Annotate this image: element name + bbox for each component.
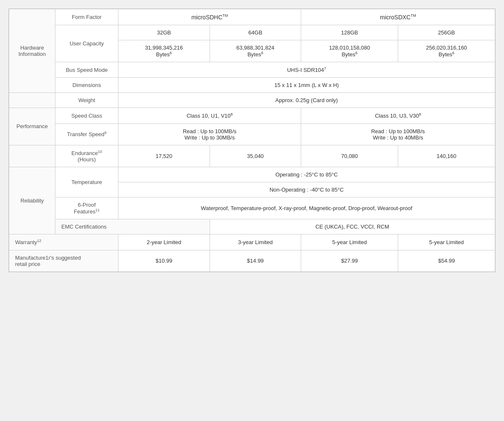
price-64gb: $14.99 bbox=[210, 250, 301, 271]
warranty-label: Warranty12 bbox=[9, 234, 118, 250]
six-proof-value: Waterproof, Temperature-proof, X-ray-pro… bbox=[118, 197, 495, 219]
size-256gb: 256GB bbox=[398, 25, 495, 40]
six-proof-label: 6-ProofFeatures11 bbox=[55, 197, 118, 219]
emc-value: CE (UKCA), FCC, VCCI, RCM bbox=[210, 219, 495, 234]
reliability-section-label: Reliability bbox=[9, 167, 55, 234]
endurance-256gb: 140,160 bbox=[398, 145, 495, 167]
size-128gb: 128GB bbox=[301, 25, 398, 40]
bus-speed-label: Bus Speed Mode bbox=[55, 62, 118, 77]
bytes-256gb: 256,020,316,160Bytes6 bbox=[398, 40, 495, 62]
price-256gb: $54.99 bbox=[398, 250, 495, 271]
transfer-speed-right: Read : Up to 100MB/sWrite : Up to 40MB/s bbox=[301, 124, 495, 145]
speed-class-left: Class 10, U1, V108 bbox=[118, 108, 301, 124]
hardware-section-label: HardwareInformation bbox=[9, 9, 55, 93]
microsdxc-label: microSDXCTM bbox=[301, 9, 495, 25]
weight-section-spacer bbox=[9, 93, 55, 108]
warranty-256gb: 5-year Limited bbox=[398, 234, 495, 250]
weight-value: Approx. 0.25g (Card only) bbox=[118, 93, 495, 108]
form-factor-label: Form Factor bbox=[55, 9, 118, 25]
dimensions-value: 15 x 11 x 1mm (L x W x H) bbox=[118, 78, 495, 93]
speed-class-label: Speed Class bbox=[55, 108, 118, 124]
weight-label: Weight bbox=[55, 93, 118, 108]
temperature-operating: Operating : -25°C to 85°C bbox=[118, 167, 495, 182]
temperature-non-operating: Non-Operating : -40°C to 85°C bbox=[118, 182, 495, 197]
user-capacity-label: User Capacity bbox=[55, 25, 118, 62]
transfer-speed-label: Transfer Speed9 bbox=[55, 124, 118, 145]
warranty-64gb: 3-year Limited bbox=[210, 234, 301, 250]
microsdxc-sup: TM bbox=[411, 13, 416, 18]
performance-section-label: Performance bbox=[9, 108, 55, 145]
endurance-label: Endurance10(Hours) bbox=[55, 145, 118, 167]
warranty-128gb: 5-year Limited bbox=[301, 234, 398, 250]
endurance-64gb: 35,040 bbox=[210, 145, 301, 167]
dimensions-label: Dimensions bbox=[55, 78, 118, 93]
temperature-label: Temperature bbox=[55, 167, 118, 197]
emc-label: EMC Certifications bbox=[55, 219, 210, 234]
warranty-32gb: 2-year Limited bbox=[118, 234, 210, 250]
transfer-speed-left: Read : Up to 100MB/sWrite : Up to 30MB/s bbox=[118, 124, 301, 145]
microsdhc-label: microSDHCTM bbox=[118, 9, 301, 25]
bytes-32gb: 31,998,345,216Bytes6 bbox=[118, 40, 210, 62]
endurance-128gb: 70,080 bbox=[301, 145, 398, 167]
size-64gb: 64GB bbox=[210, 25, 301, 40]
price-label: Manufacture1r's suggestedretail price bbox=[9, 250, 118, 271]
endurance-section-spacer bbox=[9, 145, 55, 167]
size-32gb: 32GB bbox=[118, 25, 210, 40]
price-32gb: $10.99 bbox=[118, 250, 210, 271]
bytes-64gb: 63,988,301,824Bytes6 bbox=[210, 40, 301, 62]
price-128gb: $27.99 bbox=[301, 250, 398, 271]
endurance-32gb: 17,520 bbox=[118, 145, 210, 167]
specs-table: HardwareInformation Form Factor microSDH… bbox=[8, 8, 496, 272]
speed-class-right: Class 10, U3, V308 bbox=[301, 108, 495, 124]
microsdhc-sup: TM bbox=[223, 13, 228, 18]
bus-speed-value: UHS-I SDR1047 bbox=[118, 62, 495, 77]
bytes-128gb: 128,010,158,080Bytes6 bbox=[301, 40, 398, 62]
